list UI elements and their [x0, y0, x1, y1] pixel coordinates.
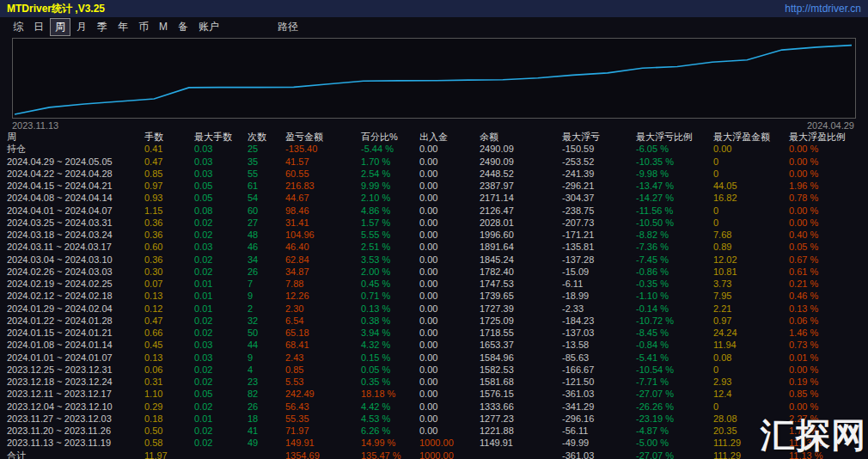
- column-header: 余额: [480, 131, 562, 143]
- menu-item-4[interactable]: 月: [72, 19, 91, 35]
- table-row[interactable]: 2024.04.01 ~ 2024.04.071.150.086098.464.…: [0, 205, 868, 217]
- menu-item-path[interactable]: 路径: [273, 19, 303, 35]
- menu-bar: 综日周月季年币M备账户 路径: [0, 17, 868, 36]
- column-header: 周: [7, 131, 144, 143]
- column-header: 最大手数: [194, 131, 248, 143]
- menu-item-9[interactable]: 备: [174, 19, 193, 35]
- menu-item-8[interactable]: M: [155, 20, 172, 34]
- menu-item-2[interactable]: 日: [29, 19, 48, 35]
- column-header: 百分比%: [361, 131, 419, 143]
- table-row[interactable]: 2024.01.29 ~ 2024.02.040.120.0122.300.13…: [0, 303, 868, 315]
- table-row[interactable]: 2024.04.15 ~ 2024.04.210.970.0561216.839…: [0, 180, 868, 192]
- menu-item-1[interactable]: 综: [9, 19, 28, 35]
- table-row[interactable]: 2024.02.26 ~ 2024.03.030.300.022634.872.…: [0, 266, 868, 278]
- table-row[interactable]: 2024.03.18 ~ 2024.03.240.360.0248104.965…: [0, 229, 868, 241]
- column-header: 手数: [144, 131, 194, 143]
- table-row[interactable]: 2024.02.12 ~ 2024.02.180.130.01912.260.7…: [0, 290, 868, 302]
- table-row[interactable]: 2023.11.27 ~ 2023.12.030.180.011855.354.…: [0, 413, 868, 425]
- table-row[interactable]: 2024.01.22 ~ 2024.01.280.470.02326.540.3…: [0, 315, 868, 327]
- column-header: 出入金: [419, 131, 480, 143]
- column-header: 最大浮盈金额: [713, 131, 789, 143]
- app-title: MTDriver统计 ,V3.25: [7, 2, 105, 16]
- menu-items: 综日周月季年币M备账户: [9, 18, 223, 36]
- table-row[interactable]: 2024.03.11 ~ 2024.03.170.600.034646.402.…: [0, 241, 868, 253]
- chart-start-date: 2023.11.13: [12, 120, 58, 131]
- table-row[interactable]: 2024.01.15 ~ 2024.01.210.660.025065.183.…: [0, 327, 868, 339]
- title-bar: MTDriver统计 ,V3.25 http://mtdriver.cn: [0, 0, 868, 17]
- column-header: 最大浮亏: [562, 131, 636, 143]
- app-url-link[interactable]: http://mtdriver.cn: [785, 3, 861, 15]
- total-row[interactable]: 合计11.971354.69135.47 %1000.00-361.03-27.…: [0, 450, 868, 459]
- table-body: 持仓0.410.0325-135.40-5.44 %0.002490.09-15…: [0, 143, 868, 459]
- table-row[interactable]: 2024.03.25 ~ 2024.03.310.360.022731.411.…: [0, 217, 868, 229]
- table-row[interactable]: 2023.12.18 ~ 2023.12.240.310.02235.530.3…: [0, 376, 868, 388]
- column-header: 最大浮亏比例: [636, 131, 713, 143]
- table-header-row: 周手数最大手数次数盈亏金额百分比%出入金余额最大浮亏最大浮亏比例最大浮盈金额最大…: [0, 131, 868, 143]
- table-row[interactable]: 2024.02.19 ~ 2024.02.250.070.0177.880.45…: [0, 278, 868, 290]
- table-row[interactable]: 2023.11.13 ~ 2023.11.190.580.0249149.911…: [0, 437, 868, 449]
- menu-item-3[interactable]: 周: [50, 18, 70, 36]
- menu-item-5[interactable]: 季: [93, 19, 112, 35]
- column-header: 最大浮盈比例: [789, 131, 868, 143]
- stats-table: 周手数最大手数次数盈亏金额百分比%出入金余额最大浮亏最大浮亏比例最大浮盈金额最大…: [0, 131, 868, 459]
- equity-line: [15, 46, 852, 114]
- menu-item-10[interactable]: 账户: [194, 19, 223, 35]
- equity-curve-svg: [13, 39, 855, 118]
- table-row[interactable]: 2024.04.08 ~ 2024.04.140.930.055444.672.…: [0, 192, 868, 204]
- table-row[interactable]: 2024.01.01 ~ 2024.01.070.130.0392.430.15…: [0, 352, 868, 364]
- chart-end-date: 2024.04.29: [807, 120, 854, 131]
- column-header: 盈亏金额: [285, 131, 361, 143]
- table-row[interactable]: 2023.11.20 ~ 2023.11.260.500.024171.976.…: [0, 425, 868, 437]
- table-row[interactable]: 2023.12.11 ~ 2023.12.171.100.0582242.491…: [0, 388, 868, 400]
- table-row[interactable]: 2023.12.25 ~ 2023.12.310.060.0240.850.05…: [0, 364, 868, 376]
- position-row[interactable]: 持仓0.410.0325-135.40-5.44 %0.002490.09-15…: [0, 143, 868, 155]
- table-row[interactable]: 2024.03.04 ~ 2024.03.100.360.023462.843.…: [0, 254, 868, 266]
- column-header: 次数: [248, 131, 285, 143]
- watermark: 汇探网: [761, 412, 866, 459]
- menu-item-7[interactable]: 币: [134, 19, 153, 35]
- equity-chart: [12, 38, 856, 119]
- table-row[interactable]: 2024.04.22 ~ 2024.04.280.850.035560.552.…: [0, 168, 868, 180]
- table-row[interactable]: 2024.04.29 ~ 2024.05.050.470.033541.571.…: [0, 156, 868, 168]
- table-row[interactable]: 2024.01.08 ~ 2024.01.140.450.034468.414.…: [0, 339, 868, 351]
- menu-item-6[interactable]: 年: [113, 19, 132, 35]
- table-row[interactable]: 2023.12.04 ~ 2023.12.100.290.022656.434.…: [0, 401, 868, 413]
